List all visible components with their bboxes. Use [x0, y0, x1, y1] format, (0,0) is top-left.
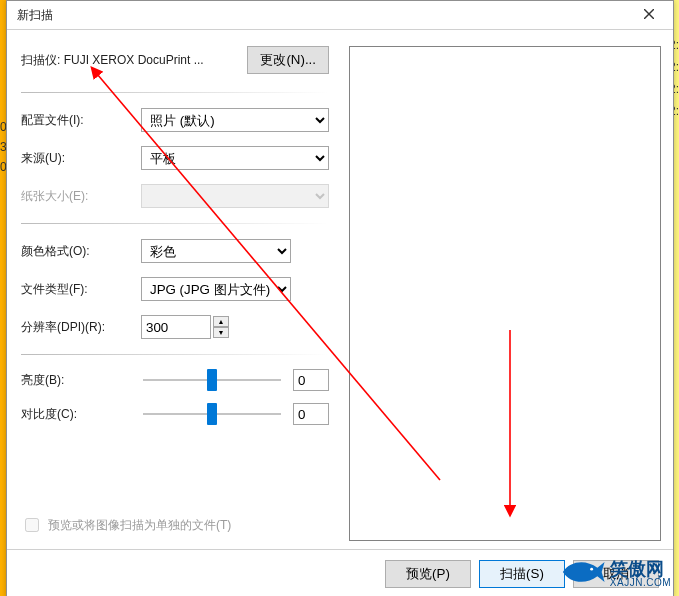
file-type-label: 文件类型(F):	[21, 281, 131, 298]
scan-dialog: 新扫描 扫描仪: FUJI XEROX DocuPrint ... 更改(N).…	[6, 0, 674, 596]
separate-files-row: 预览或将图像扫描为单独的文件(T)	[21, 515, 329, 539]
source-select[interactable]: 平板	[141, 146, 329, 170]
close-icon	[644, 8, 654, 22]
contrast-label: 对比度(C):	[21, 406, 131, 423]
divider	[21, 354, 329, 355]
dialog-footer: 预览(P) 扫描(S) 取消	[7, 549, 673, 596]
app-root: 09 3: 09 2: 2: 2: 2: 新扫描 扫描仪: FUJI XEROX…	[0, 0, 679, 596]
file-type-select[interactable]: JPG (JPG 图片文件)	[141, 277, 291, 301]
brightness-value[interactable]	[293, 369, 329, 391]
brightness-row: 亮度(B):	[21, 369, 329, 391]
profile-label: 配置文件(I):	[21, 112, 131, 129]
profile-select[interactable]: 照片 (默认)	[141, 108, 329, 132]
brightness-label: 亮度(B):	[21, 372, 131, 389]
profile-row: 配置文件(I): 照片 (默认)	[21, 107, 329, 133]
contrast-slider[interactable]	[143, 404, 281, 424]
contrast-row: 对比度(C):	[21, 403, 329, 425]
brightness-slider[interactable]	[143, 370, 281, 390]
color-format-row: 颜色格式(O): 彩色	[21, 238, 329, 264]
divider	[21, 223, 329, 224]
dialog-title: 新扫描	[17, 7, 53, 24]
source-label: 来源(U):	[21, 150, 131, 167]
scanner-label: 扫描仪: FUJI XEROX DocuPrint ...	[21, 52, 237, 69]
slider-thumb-icon	[207, 403, 217, 425]
dpi-step-down[interactable]: ▼	[213, 327, 229, 338]
close-button[interactable]	[631, 4, 667, 26]
scan-button[interactable]: 扫描(S)	[479, 560, 565, 588]
preview-panel	[343, 30, 673, 549]
color-format-select[interactable]: 彩色	[141, 239, 291, 263]
source-row: 来源(U): 平板	[21, 145, 329, 171]
dpi-step-up[interactable]: ▲	[213, 316, 229, 327]
divider	[21, 92, 329, 93]
file-type-row: 文件类型(F): JPG (JPG 图片文件)	[21, 276, 329, 302]
color-format-label: 颜色格式(O):	[21, 243, 131, 260]
paper-size-row: 纸张大小(E):	[21, 183, 329, 209]
separate-files-checkbox	[25, 518, 39, 532]
main-area: 扫描仪: FUJI XEROX DocuPrint ... 更改(N)... 配…	[7, 30, 673, 549]
cancel-button[interactable]: 取消	[573, 560, 659, 588]
preview-button[interactable]: 预览(P)	[385, 560, 471, 588]
change-scanner-button[interactable]: 更改(N)...	[247, 46, 329, 74]
dpi-label: 分辨率(DPI)(R):	[21, 319, 131, 336]
scanner-row: 扫描仪: FUJI XEROX DocuPrint ... 更改(N)...	[21, 46, 329, 74]
paper-size-label: 纸张大小(E):	[21, 188, 131, 205]
slider-thumb-icon	[207, 369, 217, 391]
contrast-value[interactable]	[293, 403, 329, 425]
settings-panel: 扫描仪: FUJI XEROX DocuPrint ... 更改(N)... 配…	[7, 30, 343, 549]
separate-files-label: 预览或将图像扫描为单独的文件(T)	[48, 517, 231, 534]
paper-size-select	[141, 184, 329, 208]
dpi-row: 分辨率(DPI)(R): ▲ ▼	[21, 314, 329, 340]
preview-area[interactable]	[349, 46, 661, 541]
dpi-input[interactable]	[141, 315, 211, 339]
titlebar: 新扫描	[7, 1, 673, 30]
dialog-body: 扫描仪: FUJI XEROX DocuPrint ... 更改(N)... 配…	[7, 30, 673, 596]
